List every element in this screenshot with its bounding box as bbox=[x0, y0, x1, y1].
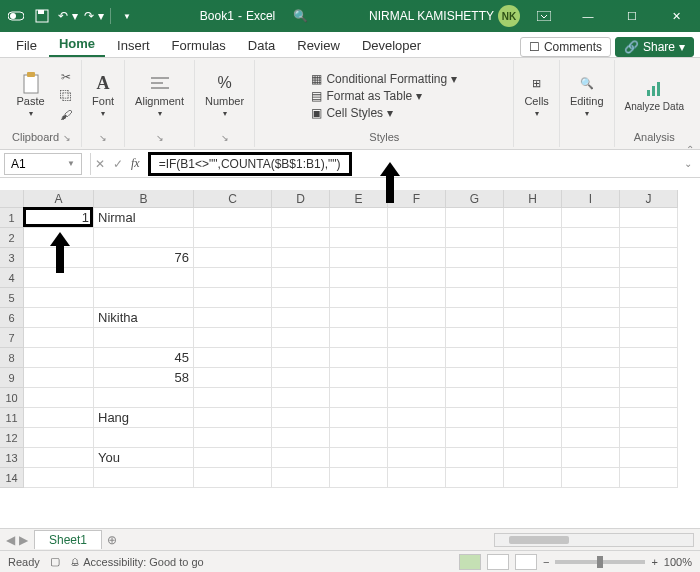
cell[interactable] bbox=[504, 248, 562, 268]
cell[interactable] bbox=[330, 368, 388, 388]
cell[interactable] bbox=[504, 468, 562, 488]
tab-home[interactable]: Home bbox=[49, 32, 105, 57]
cell[interactable] bbox=[388, 428, 446, 448]
cell[interactable] bbox=[272, 348, 330, 368]
column-header[interactable]: F bbox=[388, 190, 446, 208]
cell[interactable] bbox=[620, 428, 678, 448]
cell[interactable] bbox=[272, 308, 330, 328]
tab-file[interactable]: File bbox=[6, 34, 47, 57]
cell[interactable] bbox=[504, 388, 562, 408]
cell[interactable] bbox=[94, 428, 194, 448]
cell[interactable] bbox=[388, 388, 446, 408]
cell[interactable] bbox=[562, 228, 620, 248]
font-button[interactable]: AFont▾ bbox=[88, 71, 118, 120]
cell[interactable] bbox=[194, 268, 272, 288]
formula-input[interactable]: =IF(B1<>"",COUNTA($B$1:B1),"") bbox=[148, 152, 352, 176]
cell[interactable] bbox=[504, 228, 562, 248]
cell[interactable] bbox=[272, 388, 330, 408]
editing-button[interactable]: 🔍Editing▾ bbox=[566, 71, 608, 120]
sheet-tab[interactable]: Sheet1 bbox=[34, 530, 102, 549]
cell[interactable] bbox=[24, 388, 94, 408]
cell[interactable] bbox=[272, 288, 330, 308]
ribbon-options-icon[interactable] bbox=[524, 2, 564, 30]
cell[interactable] bbox=[446, 348, 504, 368]
cell[interactable] bbox=[24, 328, 94, 348]
sheet-nav-prev-icon[interactable]: ◀ bbox=[6, 533, 15, 547]
maximize-button[interactable]: ☐ bbox=[612, 2, 652, 30]
zoom-slider[interactable] bbox=[555, 560, 645, 564]
cell[interactable]: You bbox=[94, 448, 194, 468]
cell-styles-button[interactable]: ▣Cell Styles ▾ bbox=[311, 106, 457, 120]
horizontal-scrollbar[interactable] bbox=[494, 533, 694, 547]
enter-formula-icon[interactable]: ✓ bbox=[113, 157, 123, 171]
select-all-corner[interactable] bbox=[0, 190, 24, 208]
cell[interactable] bbox=[194, 468, 272, 488]
cell[interactable] bbox=[272, 248, 330, 268]
cell[interactable] bbox=[446, 308, 504, 328]
cell[interactable] bbox=[388, 328, 446, 348]
tab-formulas[interactable]: Formulas bbox=[162, 34, 236, 57]
cell[interactable] bbox=[194, 448, 272, 468]
cell[interactable] bbox=[504, 368, 562, 388]
cell[interactable] bbox=[272, 268, 330, 288]
cell[interactable] bbox=[272, 208, 330, 228]
cell[interactable] bbox=[388, 408, 446, 428]
cell[interactable] bbox=[194, 348, 272, 368]
cell[interactable] bbox=[504, 428, 562, 448]
search-icon[interactable]: 🔍 bbox=[293, 9, 308, 23]
page-layout-view-button[interactable] bbox=[487, 554, 509, 570]
normal-view-button[interactable] bbox=[459, 554, 481, 570]
cell[interactable] bbox=[446, 208, 504, 228]
cell[interactable] bbox=[504, 288, 562, 308]
number-launcher[interactable]: ↘ bbox=[221, 133, 233, 145]
cell[interactable] bbox=[446, 388, 504, 408]
cut-icon[interactable]: ✂ bbox=[57, 69, 75, 85]
cell[interactable] bbox=[94, 268, 194, 288]
cell[interactable]: Nikitha bbox=[94, 308, 194, 328]
cell[interactable] bbox=[562, 428, 620, 448]
cell[interactable] bbox=[620, 388, 678, 408]
cell[interactable] bbox=[94, 288, 194, 308]
cell[interactable]: 45 bbox=[94, 348, 194, 368]
cell[interactable] bbox=[388, 468, 446, 488]
number-button[interactable]: %Number▾ bbox=[201, 71, 248, 120]
cell[interactable] bbox=[272, 468, 330, 488]
name-box[interactable]: A1▼ bbox=[4, 153, 82, 175]
column-header[interactable]: J bbox=[620, 190, 678, 208]
cell[interactable] bbox=[330, 408, 388, 428]
cell[interactable] bbox=[562, 308, 620, 328]
cell[interactable] bbox=[504, 408, 562, 428]
share-button[interactable]: 🔗 Share ▾ bbox=[615, 37, 694, 57]
cell[interactable] bbox=[194, 428, 272, 448]
cell[interactable] bbox=[194, 408, 272, 428]
cell[interactable] bbox=[504, 208, 562, 228]
paste-button[interactable]: Paste▾ bbox=[12, 71, 48, 120]
cell[interactable] bbox=[620, 248, 678, 268]
cell[interactable] bbox=[446, 228, 504, 248]
cell[interactable] bbox=[330, 388, 388, 408]
cell[interactable]: 76 bbox=[94, 248, 194, 268]
cell[interactable] bbox=[446, 408, 504, 428]
row-header[interactable]: 14 bbox=[0, 468, 24, 488]
cell[interactable] bbox=[194, 248, 272, 268]
cell[interactable] bbox=[562, 288, 620, 308]
column-header[interactable]: D bbox=[272, 190, 330, 208]
cell[interactable] bbox=[620, 468, 678, 488]
cell[interactable] bbox=[94, 328, 194, 348]
expand-formula-icon[interactable]: ⌄ bbox=[684, 158, 692, 169]
row-header[interactable]: 11 bbox=[0, 408, 24, 428]
cell[interactable] bbox=[504, 308, 562, 328]
cell[interactable] bbox=[388, 308, 446, 328]
cell[interactable] bbox=[94, 388, 194, 408]
cell[interactable]: 58 bbox=[94, 368, 194, 388]
cell[interactable] bbox=[562, 408, 620, 428]
cell[interactable] bbox=[562, 248, 620, 268]
alignment-button[interactable]: Alignment▾ bbox=[131, 71, 188, 120]
tab-insert[interactable]: Insert bbox=[107, 34, 160, 57]
cell[interactable] bbox=[620, 408, 678, 428]
cell[interactable] bbox=[330, 268, 388, 288]
column-header[interactable]: C bbox=[194, 190, 272, 208]
column-header[interactable]: H bbox=[504, 190, 562, 208]
cell[interactable] bbox=[272, 368, 330, 388]
cell[interactable] bbox=[388, 228, 446, 248]
